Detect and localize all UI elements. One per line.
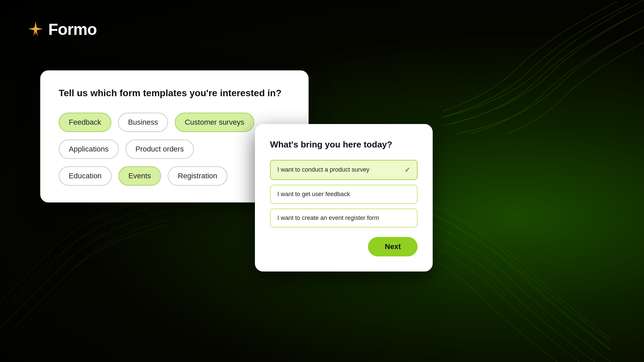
checkmark-icon: ✓ — [405, 166, 410, 174]
tag-customer-surveys[interactable]: Customer surveys — [175, 113, 254, 132]
purpose-options-list: I want to conduct a product survey ✓ I w… — [270, 160, 418, 228]
deco-lines-left — [0, 194, 168, 328]
next-button[interactable]: Next — [368, 237, 418, 256]
tag-feedback[interactable]: Feedback — [59, 113, 111, 132]
tag-business[interactable]: Business — [118, 113, 168, 132]
logo: Formo — [27, 20, 97, 39]
purpose-card-title: What's bring you here today? — [270, 139, 418, 150]
app-name: Formo — [48, 20, 97, 39]
purpose-option-user-feedback[interactable]: I want to get user feedback — [270, 185, 418, 204]
purpose-card: What's bring you here today? I want to c… — [255, 124, 433, 272]
templates-card-title: Tell us which form templates you're inte… — [59, 87, 290, 99]
purpose-option-event-register[interactable]: I want to create an event register form — [270, 208, 418, 228]
tag-registration[interactable]: Registration — [168, 166, 227, 186]
purpose-option-product-survey-label: I want to conduct a product survey — [277, 166, 369, 173]
tag-education[interactable]: Education — [59, 166, 112, 186]
purpose-option-event-register-label: I want to create an event register form — [277, 215, 379, 222]
purpose-option-product-survey[interactable]: I want to conduct a product survey ✓ — [270, 160, 418, 180]
deco-lines-top-right — [443, 0, 644, 134]
tag-events[interactable]: Events — [118, 166, 161, 186]
tag-product-orders[interactable]: Product orders — [125, 139, 194, 159]
tag-applications[interactable]: Applications — [59, 139, 119, 159]
star-icon — [27, 21, 44, 38]
purpose-option-user-feedback-label: I want to get user feedback — [277, 191, 350, 198]
